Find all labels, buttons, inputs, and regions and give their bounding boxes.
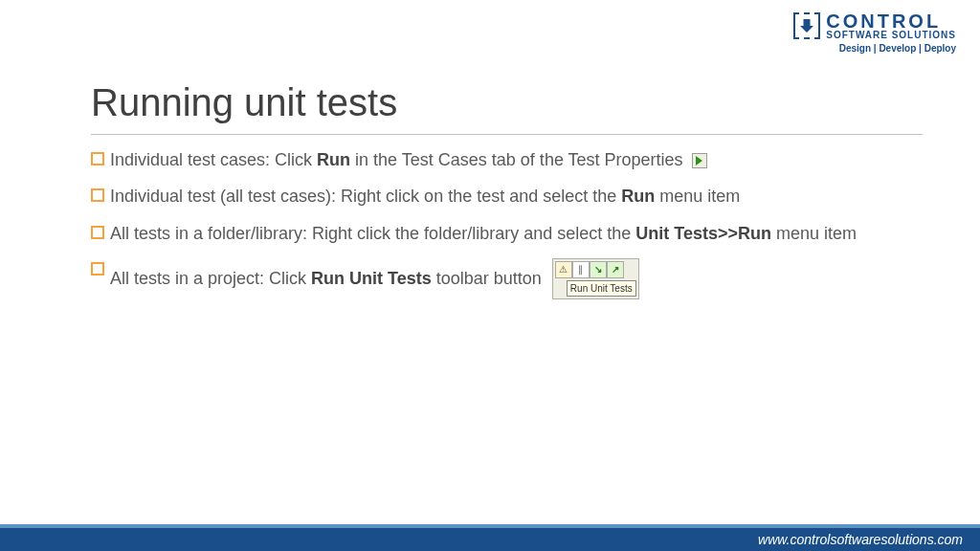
toolbar-tooltip: Run Unit Tests [567, 280, 636, 298]
bullet-text: toolbar button [432, 268, 542, 287]
bullet-text: Individual test (all test cases): Right … [110, 187, 621, 206]
company-logo: CONTROL SOFTWARE SOLUTIONS Design | Deve… [793, 11, 956, 54]
toolbar-screenshot: ⚠ ∥ ↘ ↗ Run Unit Tests [552, 258, 639, 300]
logo-icon [793, 12, 820, 39]
bullet-bold: Unit Tests>>Run [635, 224, 771, 243]
footer-bar: www.controlsoftwaresolutions.com [0, 524, 980, 551]
toolbar-arrow-icon: ↗ [607, 261, 624, 278]
list-item: All tests in a folder/library: Right cli… [91, 222, 923, 245]
slide-title: Running unit tests [91, 81, 923, 135]
bullet-text: All tests in a project: Click [110, 268, 311, 287]
bullet-bold: Run [317, 150, 350, 169]
list-item: All tests in a project: Click Run Unit T… [91, 258, 923, 300]
list-item: Individual test (all test cases): Right … [91, 185, 923, 208]
logo-subtitle: SOFTWARE SOLUTIONS [826, 31, 956, 40]
logo-tagline: Design | Develop | Deploy [793, 43, 956, 54]
bullet-bold: Run Unit Tests [311, 268, 432, 287]
bullet-list: Individual test cases: Click Run in the … [91, 148, 923, 313]
bullet-square-icon [91, 226, 104, 239]
bullet-text: menu item [771, 224, 857, 243]
logo-name: CONTROL [826, 11, 941, 31]
bullet-text: All tests in a folder/library: Right cli… [110, 224, 635, 243]
bullet-square-icon [91, 152, 104, 165]
toolbar-separator-icon: ∥ [572, 261, 590, 278]
list-item: Individual test cases: Click Run in the … [91, 148, 923, 171]
bullet-text: Individual test cases: Click [110, 150, 317, 169]
toolbar-warning-icon: ⚠ [555, 261, 572, 278]
bullet-text: in the Test Cases tab of the Test Proper… [350, 150, 683, 169]
bullet-square-icon [91, 262, 104, 276]
run-play-icon [692, 153, 707, 168]
toolbar-arrow-icon: ↘ [590, 261, 607, 278]
bullet-text: menu item [655, 187, 740, 206]
footer-url: www.controlsoftwaresolutions.com [758, 532, 963, 547]
bullet-square-icon [91, 188, 104, 202]
bullet-bold: Run [621, 187, 655, 206]
